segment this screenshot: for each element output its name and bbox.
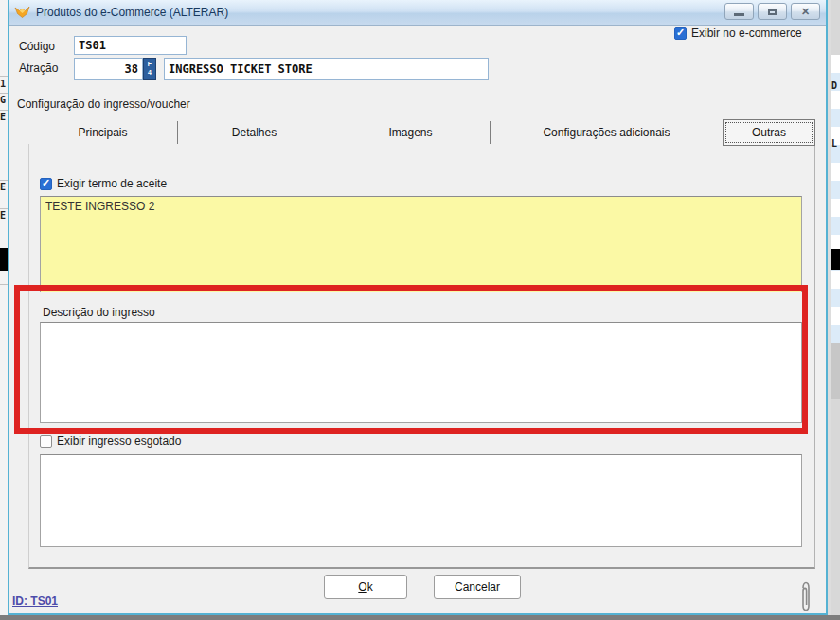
background-grid-rows: [831, 55, 840, 343]
close-icon: ✕: [801, 7, 810, 17]
tab-imagens[interactable]: Imagens: [331, 121, 491, 144]
atracao-code-input[interactable]: [74, 58, 143, 80]
descricao-ingresso-textarea[interactable]: [40, 322, 802, 423]
tab-configuracoes-adicionais[interactable]: Configurações adicionais: [491, 121, 723, 144]
background-text-fragment: G: [0, 95, 8, 105]
tab-strip: Principais Detalhes Imagens Configuraçõe…: [28, 121, 815, 145]
background-text-fragment: E: [0, 112, 8, 122]
exibir-ecommerce-label: Exibir no e-commerce: [691, 27, 802, 40]
ok-button[interactable]: Ok: [324, 575, 407, 599]
lookup-f4-line1: F: [144, 61, 155, 68]
background-window-right: D L: [831, 0, 840, 620]
background-text-fragment: E: [0, 210, 8, 221]
background-window-bottom-edge: [0, 615, 840, 620]
exigir-termo-label: Exigir termo de aceite: [57, 177, 167, 190]
section-title: Configuração do ingresso/voucher: [17, 97, 190, 111]
background-text-fragment: E: [0, 182, 8, 192]
atracao-name-input[interactable]: [164, 58, 489, 80]
atracao-label: Atração: [19, 62, 58, 75]
background-text-fragment: D: [831, 80, 840, 91]
dialog-produtos-ecommerce: Produtos do e-Commerce (ALTERAR) ✕ Exibi…: [8, 0, 828, 615]
background-selected-row: [0, 248, 8, 271]
minimize-icon: [734, 13, 744, 16]
lookup-f4-line2: 4: [144, 69, 155, 77]
window-controls: ✕: [724, 3, 820, 20]
exigir-termo-row: Exigir termo de aceite: [40, 177, 167, 190]
ok-button-rest: k: [367, 580, 373, 593]
close-button[interactable]: ✕: [791, 3, 820, 20]
esgotado-row: Exibir ingresso esgotado: [40, 434, 181, 448]
tab-detalhes[interactable]: Detalhes: [178, 121, 331, 144]
background-panel: [831, 343, 840, 399]
exibir-ecommerce-row: Exibir no e-commerce: [674, 27, 802, 40]
tab-principais[interactable]: Principais: [28, 121, 178, 144]
cancel-button[interactable]: Cancelar: [434, 575, 521, 599]
title-bar[interactable]: Produtos do e-Commerce (ALTERAR) ✕: [9, 0, 826, 26]
background-text-fragment: L: [831, 138, 840, 149]
exigir-termo-checkbox[interactable]: [40, 178, 52, 190]
window-title: Produtos do e-Commerce (ALTERAR): [36, 6, 228, 19]
maximize-button[interactable]: [758, 3, 787, 20]
background-text-fragment: 1: [0, 79, 8, 89]
tab-outras[interactable]: Outras: [723, 119, 815, 146]
minimize-button[interactable]: [724, 3, 754, 20]
background-selected-row: [831, 249, 840, 270]
maximize-icon: [768, 9, 777, 15]
screen: 1 G E E E D L Produtos do e-Commerce (AL…: [0, 0, 840, 620]
termo-aceite-textarea[interactable]: TESTE INGRESSO 2: [40, 196, 802, 292]
paperclip-icon: [799, 579, 813, 613]
fox-app-icon: [14, 5, 30, 20]
codigo-input[interactable]: [74, 36, 187, 55]
ok-button-mnemonic: O: [358, 580, 366, 593]
atracao-lookup-f4-button[interactable]: F 4: [143, 58, 156, 80]
exibir-ecommerce-checkbox[interactable]: [674, 27, 687, 40]
id-link[interactable]: ID: TS01: [12, 594, 58, 608]
codigo-label: Código: [19, 40, 55, 53]
esgotado-checkbox[interactable]: [40, 435, 52, 448]
esgotado-label: Exibir ingresso esgotado: [57, 434, 181, 448]
esgotado-textarea[interactable]: [40, 454, 802, 547]
descricao-label: Descrição do ingresso: [43, 306, 155, 319]
